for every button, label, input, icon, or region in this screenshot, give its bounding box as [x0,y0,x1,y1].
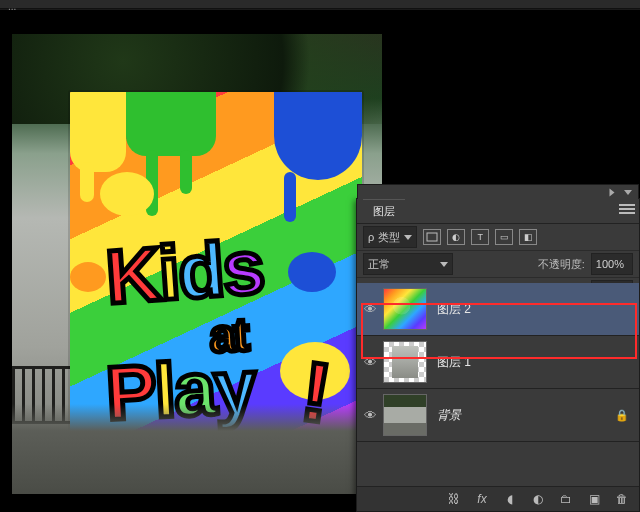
group-icon[interactable]: 🗀 [557,490,575,508]
new-layer-icon[interactable]: ▣ [585,490,603,508]
opacity-label: 不透明度: [538,257,585,272]
filter-kind-select[interactable]: ρ类型 [363,226,417,248]
layer-row-bg[interactable]: 👁 背景 🔒 [357,389,639,442]
chevron-down-icon [440,262,448,267]
poster-word-kids: Kids [103,223,265,321]
collapse-left-icon[interactable] [610,188,615,196]
filter-shape-icon[interactable]: ▭ [495,229,513,245]
layers-list: 👁 图层 2 👁 图层 1 👁 背景 🔒 [357,283,639,487]
layer-name[interactable]: 背景 [437,407,461,424]
filter-pixel-icon[interactable] [423,229,441,245]
tab-layers[interactable]: 图层 [363,199,405,223]
menu-item[interactable]: ... [0,3,24,10]
filter-smart-icon[interactable]: ◧ [519,229,537,245]
layer-thumb[interactable] [383,394,427,436]
opacity-input[interactable]: 100% [591,253,633,275]
lock-icon: 🔒 [615,409,629,422]
bike-graphic [52,422,192,482]
photoshop-window: ... 芝 art Kids at Play ! [0,0,640,512]
filter-adjust-icon[interactable]: ◐ [447,229,465,245]
fx-icon[interactable]: fx [473,490,491,508]
mask-icon[interactable]: ◖ [501,490,519,508]
visibility-eye-icon[interactable]: 👁 [357,302,383,317]
layer-name[interactable]: 图层 1 [437,354,471,371]
layer-name[interactable]: 图层 2 [437,301,471,318]
layer-row-2[interactable]: 👁 图层 2 [357,283,639,336]
layers-panel: 图层 ρ类型 ◐ T ▭ ◧ 正常 不透明度: 100% 锁定: ▦ ✎ [356,198,640,512]
panel-header-controls [357,184,639,199]
panel-tabs: 图层 [357,199,639,224]
collapse-down-icon[interactable] [624,190,632,195]
link-layers-icon[interactable]: ⛓ [445,490,463,508]
adjustment-icon[interactable]: ◐ [529,490,547,508]
blend-row: 正常 不透明度: 100% [357,251,639,278]
chevron-down-icon [404,235,412,240]
panel-footer: ⛓ fx ◖ ◐ 🗀 ▣ 🗑 [357,486,639,511]
visibility-eye-icon[interactable]: 👁 [357,408,383,423]
filter-row: ρ类型 ◐ T ▭ ◧ [357,224,639,251]
svg-rect-0 [427,233,437,241]
layer-row-1[interactable]: 👁 图层 1 [357,336,639,389]
visibility-eye-icon[interactable]: 👁 [357,355,383,370]
poster-word-play: Play [104,342,257,437]
poster-overlay: Kids at Play ! [70,92,362,482]
layer-thumb[interactable] [383,341,427,383]
layer-thumb[interactable] [383,288,427,330]
filter-type-icon[interactable]: T [471,229,489,245]
menubar[interactable]: ... [0,0,640,9]
document-photo: 芝 art Kids at Play ! [12,34,382,494]
panel-menu-icon[interactable] [619,204,635,216]
blend-mode-select[interactable]: 正常 [363,253,453,275]
trash-icon[interactable]: 🗑 [613,490,631,508]
